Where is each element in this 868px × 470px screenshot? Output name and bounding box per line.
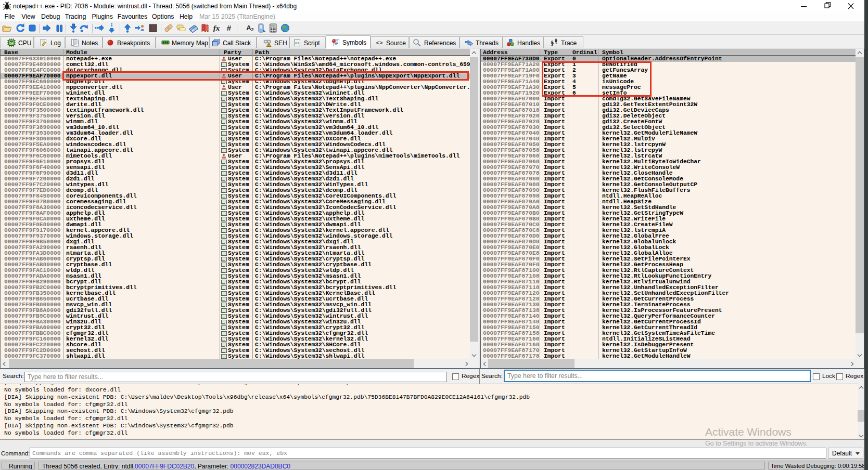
svg-text:<>: <> bbox=[376, 40, 383, 46]
svg-text:64: 64 bbox=[10, 42, 14, 45]
svg-text:2: 2 bbox=[251, 27, 253, 32]
svg-text:S: S bbox=[151, 24, 155, 32]
svg-text:fx: fx bbox=[213, 24, 220, 32]
svg-text:<>: <> bbox=[295, 41, 300, 45]
svg-text:#: # bbox=[227, 23, 232, 32]
